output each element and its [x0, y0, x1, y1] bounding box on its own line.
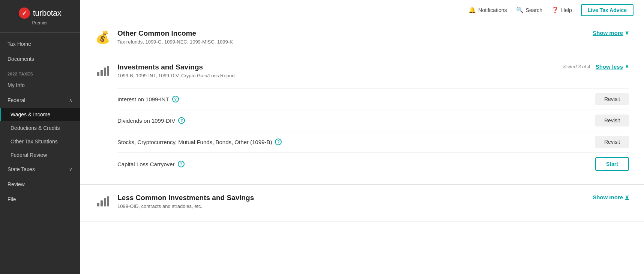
turbotax-tier: Premier	[32, 20, 48, 26]
help-button[interactable]: ❓ Help	[551, 6, 572, 14]
investments-savings-subtitle: 1099-B, 1099-INT, 1099-DIV, Crypto Gain/…	[117, 73, 235, 78]
capital-loss-start-button[interactable]: Start	[595, 157, 629, 171]
turbotax-logo-text: turbotax	[33, 8, 62, 18]
search-button[interactable]: 🔍 Search	[516, 6, 542, 14]
sidebar-item-my-info[interactable]: My Info	[0, 78, 80, 93]
stocks-revisit-button[interactable]: Revisit	[595, 136, 629, 148]
other-common-income-subtitle: Tax refunds, 1099-G, 1099-NEC, 1099-MISC…	[117, 39, 233, 45]
stocks-help-icon[interactable]: ?	[275, 139, 282, 145]
sidebar-section-2022-taxes: 2022 TAXES	[0, 66, 80, 78]
dividends-help-icon[interactable]: ?	[178, 117, 185, 124]
sidebar-item-other-tax[interactable]: Other Tax Situations	[0, 135, 80, 148]
sidebar-item-file[interactable]: File	[0, 192, 80, 207]
section-other-common-income: 💰 Other Common Income Tax refunds, 1099-…	[80, 20, 644, 54]
interest-help-icon[interactable]: ?	[172, 96, 179, 102]
content-area: 💰 Other Common Income Tax refunds, 1099-…	[80, 20, 644, 274]
investments-expanded-rows: Interest on 1099-INT ? Revisit Dividends…	[117, 88, 629, 175]
less-common-investments-subtitle: 1099-OID, contracts and straddles, etc.	[117, 203, 254, 209]
chevron-down-icon: ∨	[625, 29, 629, 36]
bell-icon: 🔔	[468, 6, 476, 14]
chevron-down-icon-2: ∨	[625, 194, 629, 200]
stocks-crypto-row: Stocks, Cryptocurrency, Mutual Funds, Bo…	[117, 131, 629, 152]
interest-1099int-row: Interest on 1099-INT ? Revisit	[117, 88, 629, 110]
chevron-down-icon: ∨	[69, 167, 72, 172]
capital-loss-help-icon[interactable]: ?	[178, 161, 185, 167]
sidebar-logo: ✓ turbotax Premier	[0, 0, 80, 33]
interest-revisit-button[interactable]: Revisit	[595, 93, 629, 105]
chevron-up-icon: ∧	[625, 63, 629, 70]
sidebar-item-state-taxes[interactable]: State Taxes ∨	[0, 162, 80, 177]
sidebar: ✓ turbotax Premier Tax Home Documents 20…	[0, 0, 80, 274]
help-icon: ❓	[551, 6, 559, 14]
sidebar-item-documents[interactable]: Documents	[0, 51, 80, 66]
svg-rect-6	[104, 198, 106, 206]
sidebar-item-federal-review[interactable]: Federal Review	[0, 148, 80, 162]
other-common-income-title: Other Common Income	[117, 29, 233, 38]
less-common-show-more[interactable]: Show more ∨	[593, 194, 629, 200]
investments-savings-title: Investments and Savings	[117, 63, 235, 71]
svg-rect-2	[104, 68, 106, 76]
svg-rect-1	[101, 70, 103, 76]
less-common-investments-title: Less Common Investments and Savings	[117, 194, 254, 202]
notifications-button[interactable]: 🔔 Notifications	[468, 6, 507, 14]
section-investments-savings: Investments and Savings 1099-B, 1099-INT…	[80, 54, 644, 185]
chevron-up-icon: ∧	[69, 98, 72, 103]
search-icon: 🔍	[516, 6, 524, 14]
sidebar-item-review[interactable]: Review	[0, 177, 80, 192]
sidebar-item-federal[interactable]: Federal ∧	[0, 93, 80, 108]
svg-rect-5	[101, 200, 103, 206]
bar-chart-icon-2	[95, 194, 111, 212]
bar-chart-icon	[95, 64, 111, 81]
investments-show-less[interactable]: Show less ∧	[596, 63, 629, 70]
visited-label: Visited 3 of 4	[562, 64, 590, 69]
other-common-income-show-more[interactable]: Show more ∨	[593, 29, 629, 36]
svg-rect-4	[97, 203, 99, 206]
live-tax-advice-button[interactable]: Live Tax Advice	[581, 4, 633, 16]
dividends-1099div-row: Dividends on 1099-DIV ? Revisit	[117, 110, 629, 131]
turbotax-logo-check: ✓	[19, 8, 30, 19]
sidebar-item-tax-home[interactable]: Tax Home	[0, 36, 80, 51]
sidebar-item-deductions-credits[interactable]: Deductions & Credits	[0, 121, 80, 135]
svg-rect-3	[107, 66, 109, 76]
main-content: 🔔 Notifications 🔍 Search ❓ Help Live Tax…	[80, 0, 644, 274]
svg-rect-7	[107, 196, 109, 206]
sidebar-item-wages-income[interactable]: Wages & Income	[0, 108, 80, 121]
sidebar-nav: Tax Home Documents 2022 TAXES My Info Fe…	[0, 33, 80, 274]
topnav: 🔔 Notifications 🔍 Search ❓ Help Live Tax…	[80, 0, 644, 20]
dividends-revisit-button[interactable]: Revisit	[595, 114, 629, 126]
svg-rect-0	[97, 72, 99, 76]
section-less-common-investments: Less Common Investments and Savings 1099…	[80, 185, 644, 221]
capital-loss-row: Capital Loss Carryover ? Start	[117, 152, 629, 175]
money-bag-icon: 💰	[95, 30, 111, 44]
